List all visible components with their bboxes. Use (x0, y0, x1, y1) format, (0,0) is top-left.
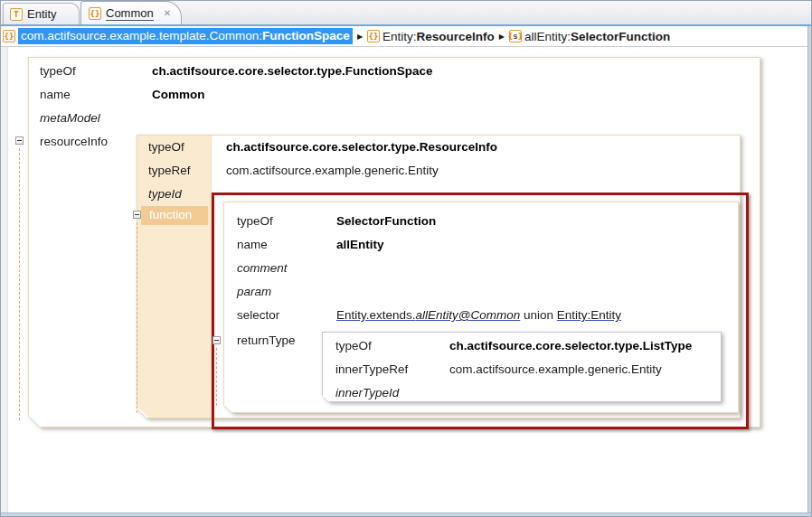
property-value-typeof[interactable]: ch.actifsource.core.selector.type.ListTy… (449, 338, 692, 354)
actifsource-editor-window: T Entity {} Common ✕ {} com.actifsource.… (0, 0, 812, 517)
breadcrumb-prefix: com.actifsource.example.template.Common: (21, 29, 262, 42)
collapse-toggle-returntype[interactable] (212, 336, 221, 344)
tree-guide-line (19, 148, 20, 420)
selector-union-keyword: union (520, 308, 557, 322)
breadcrumb-item-resourceinfo[interactable]: {} Entity:ResourceInfo (367, 30, 495, 43)
property-label-param: param (237, 284, 271, 300)
breadcrumb-name: FunctionSpace (262, 29, 350, 42)
entity-type-icon: T (10, 8, 23, 21)
breadcrumb-segment: Entity:ResourceInfo (382, 30, 495, 43)
chevron-right-icon: ▶ (499, 33, 505, 41)
property-value-typeof[interactable]: SelectorFunction (336, 213, 436, 230)
scrollbar-vertical[interactable] (807, 26, 812, 512)
property-value-typeof[interactable]: ch.actifsource.core.selector.type.Resour… (226, 139, 497, 155)
property-value-typeof[interactable]: ch.actifsource.core.selector.type.Functi… (152, 63, 433, 80)
property-label-name: name (237, 237, 268, 253)
collapse-toggle-function[interactable] (133, 211, 141, 219)
editor-tab-bar: T Entity {} Common ✕ (1, 1, 811, 26)
breadcrumb-prefix: allEntity: (524, 30, 571, 43)
braces-resource-icon: {} (367, 30, 380, 42)
tab-common[interactable]: {} Common ✕ (80, 1, 182, 24)
property-label-typeid: typeId (148, 186, 182, 202)
property-value-name[interactable]: allEntity (336, 237, 384, 253)
returntype-panel: typeOf ch.actifsource.core.selector.type… (322, 332, 722, 402)
chevron-right-icon: ▶ (357, 33, 363, 41)
close-icon[interactable]: ✕ (164, 8, 171, 18)
braces-resource-icon: {} (3, 30, 15, 42)
property-label-selector: selector (237, 307, 279, 324)
property-value-innertyperef[interactable]: com.actifsource.example.generic.Entity (449, 362, 662, 378)
tree-guide-line (216, 348, 217, 406)
breadcrumb-selected-segment[interactable]: com.actifsource.example.template.Common:… (18, 28, 353, 44)
resourceinfo-label-column: typeOf typeRef typeId function (137, 136, 212, 418)
property-label-returntype: returnType (237, 333, 296, 349)
tab-entity[interactable]: T Entity (3, 3, 80, 24)
scrollbar-horizontal[interactable] (1, 512, 812, 517)
property-value-selector: Entity.extends.allEntity@Common union En… (336, 307, 621, 324)
tab-entity-label: Entity (27, 7, 57, 21)
selector-expression-link[interactable]: Entity.extends.allEntity@Common (336, 308, 520, 322)
property-label-typeof: typeOf (335, 338, 372, 354)
breadcrumb: {} com.actifsource.example.template.Comm… (1, 26, 811, 47)
breadcrumb-name: ResourceInfo (417, 30, 495, 43)
breadcrumb-prefix: Entity: (382, 30, 417, 43)
selector-function-icon: {s} (509, 30, 522, 42)
property-label-innertypeid: innerTypeId (335, 385, 399, 401)
property-label-resourceinfo: resourceInfo (40, 134, 108, 150)
tree-guide-line (137, 222, 137, 413)
collapse-toggle-resourceinfo[interactable] (15, 136, 24, 145)
property-value-typeref[interactable]: com.actifsource.example.generic.Entity (226, 163, 439, 179)
breadcrumb-name: SelectorFunction (571, 30, 670, 43)
property-label-name: name (40, 87, 71, 103)
property-label-typeof: typeOf (148, 139, 184, 155)
property-label-metamodel: metaModel (40, 110, 100, 127)
breadcrumb-segment: allEntity:SelectorFunction (524, 30, 670, 43)
property-label-typeref: typeRef (148, 163, 191, 179)
brace: } (518, 32, 523, 41)
editor-left-margin (1, 47, 8, 512)
selector-part: Entity.extends. (336, 308, 416, 322)
braces-resource-icon: {} (89, 7, 101, 20)
property-label-function-selected[interactable]: function (141, 206, 208, 225)
property-label-typeof: typeOf (237, 213, 273, 230)
breadcrumb-item-functionspace[interactable]: {} com.actifsource.example.template.Comm… (3, 28, 353, 44)
property-label-typeof: typeOf (40, 63, 76, 80)
tab-common-label: Common (106, 6, 154, 21)
property-value-name[interactable]: Common (152, 87, 205, 103)
breadcrumb-item-selectorfunction[interactable]: {s} allEntity:SelectorFunction (509, 30, 670, 43)
selector-entity-link[interactable]: Entity:Entity (557, 308, 621, 322)
returntype-panel-surface: typeOf ch.actifsource.core.selector.type… (322, 332, 722, 402)
property-label-comment: comment (237, 260, 288, 277)
property-label-innertyperef: innerTypeRef (335, 362, 408, 378)
selector-part-italic: allEntity@Common (416, 308, 521, 322)
